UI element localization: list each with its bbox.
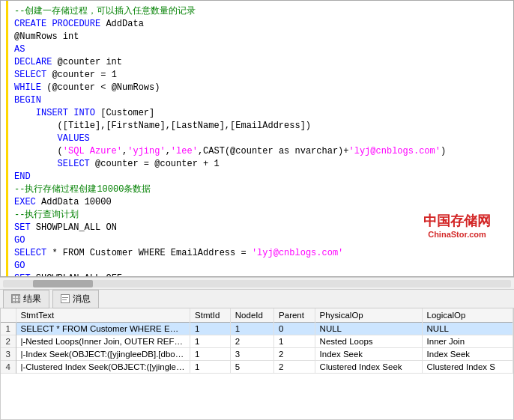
table-cell: 5 bbox=[230, 361, 273, 374]
code-line: AS bbox=[14, 43, 507, 56]
table-cell: Inner Join bbox=[422, 335, 513, 348]
table-cell: |-Index Seek(OBJECT:([yjingleeDB].[dbo].… bbox=[16, 348, 190, 361]
code-line: @NumRows int bbox=[14, 31, 507, 43]
table-cell: Clustered Index Seek bbox=[315, 361, 422, 374]
table-row[interactable]: 2|-Nested Loops(Inner Join, OUTER REFERE… bbox=[1, 335, 513, 348]
table-cell: NULL bbox=[315, 323, 422, 335]
col-physicalop: PhysicalOp bbox=[315, 308, 422, 323]
code-line: WHILE (@counter < @NumRows) bbox=[14, 82, 507, 94]
tab-results-label: 结果 bbox=[23, 293, 41, 305]
col-nodeid: NodeId bbox=[230, 308, 273, 323]
code-line: SELECT * FROM Customer WHERE EmailAddres… bbox=[14, 247, 507, 260]
table-cell: |-Nested Loops(Inner Join, OUTER REFEREN… bbox=[16, 335, 190, 348]
table-cell: Index Seek bbox=[422, 348, 513, 361]
col-stmttext: StmtText bbox=[16, 308, 190, 323]
horizontal-scrollbar[interactable] bbox=[0, 277, 514, 289]
table-row[interactable]: 3|-Index Seek(OBJECT:([yjingleeDB].[dbo]… bbox=[1, 348, 513, 361]
table-cell: 2 bbox=[274, 348, 315, 361]
col-stmtid: StmtId bbox=[190, 308, 231, 323]
code-line: BEGIN bbox=[14, 94, 507, 107]
message-icon bbox=[61, 294, 70, 303]
row-number: 3 bbox=[1, 348, 16, 361]
col-logicalop: LogicalOp bbox=[422, 308, 513, 323]
table-cell: NULL bbox=[422, 323, 513, 335]
table-body: 1SELECT * FROM Customer WHERE EmailAddre… bbox=[1, 323, 513, 374]
watermark-line2: ChinaStor.com bbox=[423, 230, 491, 239]
code-line: ('SQL Azure','yjing','lee',CAST(@counter… bbox=[14, 145, 507, 158]
table-cell: 1 bbox=[190, 361, 231, 374]
table-cell: 1 bbox=[230, 323, 273, 335]
watermark-line1: 中国存储网 bbox=[423, 212, 491, 230]
code-line: --创建一存储过程，可以插入任意数量的记录 bbox=[14, 5, 507, 18]
code-line: END bbox=[14, 171, 507, 183]
results-area[interactable]: StmtText StmtId NodeId Parent PhysicalOp… bbox=[0, 308, 514, 420]
row-number: 4 bbox=[1, 361, 16, 374]
row-number: 1 bbox=[1, 323, 16, 335]
grid-icon bbox=[11, 294, 20, 303]
table-cell: |-Clustered Index Seek(OBJECT:([yjinglee… bbox=[16, 361, 190, 374]
col-rownum bbox=[1, 308, 16, 323]
table-cell: 1 bbox=[190, 348, 231, 361]
code-line: EXEC AddData 10000 bbox=[14, 196, 507, 209]
code-line: SELECT @counter = @counter + 1 bbox=[14, 158, 507, 171]
table-cell: 2 bbox=[274, 361, 315, 374]
row-number: 2 bbox=[1, 335, 16, 348]
table-cell: 1 bbox=[274, 335, 315, 348]
code-line: --执行存储过程创建10000条数据 bbox=[14, 183, 507, 196]
table-cell: 0 bbox=[274, 323, 315, 335]
results-table: StmtText StmtId NodeId Parent PhysicalOp… bbox=[1, 308, 513, 374]
code-line: ([Title],[FirstName],[LastName],[EmailAd… bbox=[14, 120, 507, 133]
code-line: DECLARE @counter int bbox=[14, 56, 507, 69]
table-row[interactable]: 4|-Clustered Index Seek(OBJECT:([yjingle… bbox=[1, 361, 513, 374]
table-cell: Nested Loops bbox=[315, 335, 422, 348]
col-parent: Parent bbox=[274, 308, 315, 323]
scrollbar-thumb[interactable] bbox=[33, 280, 93, 287]
code-line: SELECT @counter = 1 bbox=[14, 69, 507, 82]
tab-messages[interactable]: 消息 bbox=[52, 290, 99, 308]
scrollbar-track[interactable] bbox=[3, 280, 511, 287]
code-line: INSERT INTO [Customer] bbox=[14, 107, 507, 120]
code-line: SET SHOWPLAN_ALL OFF bbox=[14, 273, 507, 276]
code-editor[interactable]: --创建一存储过程，可以插入任意数量的记录CREATE PROCEDURE Ad… bbox=[0, 0, 514, 277]
code-line: VALUES bbox=[14, 133, 507, 145]
tab-results[interactable]: 结果 bbox=[3, 290, 49, 308]
tab-bar: 结果 消息 bbox=[0, 289, 514, 308]
table-cell: Index Seek bbox=[315, 348, 422, 361]
code-line: CREATE PROCEDURE AddData bbox=[14, 18, 507, 31]
table-cell: SELECT * FROM Customer WHERE EmailAddres… bbox=[16, 323, 190, 335]
watermark: 中国存储网 ChinaStor.com bbox=[423, 212, 491, 239]
table-header-row: StmtText StmtId NodeId Parent PhysicalOp… bbox=[1, 308, 513, 323]
table-cell: Clustered Index S bbox=[422, 361, 513, 374]
table-cell: 2 bbox=[230, 335, 273, 348]
table-cell: 3 bbox=[230, 348, 273, 361]
table-cell: 1 bbox=[190, 335, 231, 348]
table-row[interactable]: 1SELECT * FROM Customer WHERE EmailAddre… bbox=[1, 323, 513, 335]
code-line: GO bbox=[14, 260, 507, 273]
table-cell: 1 bbox=[190, 323, 231, 335]
tab-messages-label: 消息 bbox=[73, 293, 91, 305]
line-gutter bbox=[1, 1, 8, 276]
